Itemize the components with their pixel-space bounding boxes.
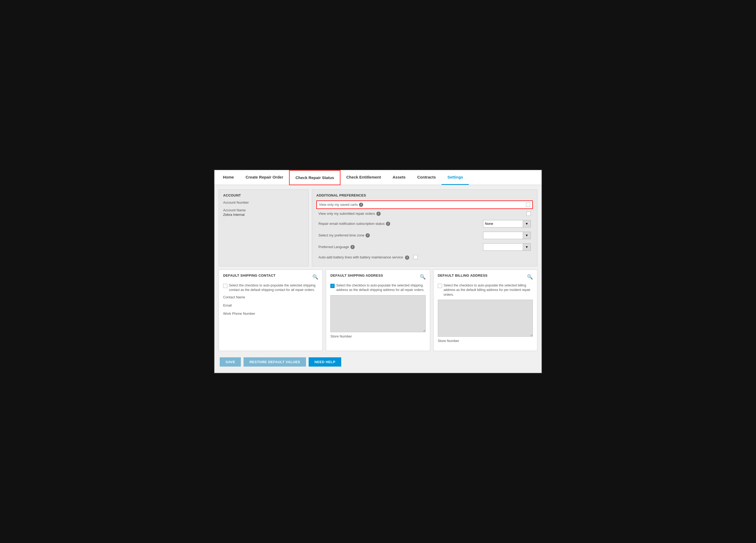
pref-label-language: Preferred Language i: [318, 245, 355, 249]
pref-control-submitted-orders: [527, 212, 531, 216]
nav-settings[interactable]: Settings: [442, 170, 469, 185]
app-container: Home Create Repair Order Check Repair St…: [214, 170, 542, 374]
pref-label-submitted-orders: View only my submitted repair orders i: [318, 212, 381, 216]
nav-assets[interactable]: Assets: [387, 170, 411, 185]
battery-row-content: Auto-add battery lines with battery main…: [318, 255, 531, 260]
checkbox-shipping-address[interactable]: ✓: [330, 284, 335, 288]
shipping-contact-search-icon[interactable]: 🔍: [312, 274, 318, 280]
nav-check-repair-status[interactable]: Check Repair Status: [289, 170, 340, 185]
billing-address-panel: DEFAULT BILLING ADDRESS 🔍 Select the che…: [433, 270, 537, 351]
save-button[interactable]: SAVE: [220, 357, 241, 366]
nav-home[interactable]: Home: [217, 170, 240, 185]
pref-label-view-saved-carts: View only my saved carts i: [319, 203, 363, 207]
prefs-title: ADDITIONAL PREFERENCES: [316, 193, 533, 197]
account-panel: ACCOUNT Account Number Account Name Zebr…: [219, 189, 309, 267]
info-icon-timezone[interactable]: i: [366, 233, 370, 238]
select-email-notification[interactable]: None All Custom ▼: [483, 220, 531, 228]
checkbox-saved-carts[interactable]: [526, 203, 530, 207]
additional-preferences-panel: ADDITIONAL PREFERENCES View only my save…: [312, 189, 537, 267]
shipping-contact-description: Select the checkbox to auto-populate the…: [223, 283, 318, 292]
email-notification-select[interactable]: None All Custom: [483, 222, 523, 226]
bottom-panels: DEFAULT SHIPPING CONTACT 🔍 Select the ch…: [219, 270, 537, 351]
pref-row-battery: Auto-add battery lines with battery main…: [316, 254, 533, 261]
pref-control-email-notification: None All Custom ▼: [483, 220, 531, 228]
info-icon-language[interactable]: i: [350, 245, 355, 249]
checkbox-submitted-orders[interactable]: [527, 212, 531, 216]
account-title: ACCOUNT: [223, 193, 304, 197]
main-content: ACCOUNT Account Number Account Name Zebr…: [214, 185, 542, 373]
pref-label-email-notification: Repair email notification subscription s…: [318, 222, 390, 226]
shipping-contact-header: DEFAULT SHIPPING CONTACT 🔍: [223, 273, 318, 280]
nav-bar: Home Create Repair Order Check Repair St…: [214, 170, 542, 185]
billing-address-description: Select the checkbox to auto-populate the…: [438, 283, 533, 297]
info-icon-email-notification[interactable]: i: [386, 222, 390, 226]
account-name-value: Zebra Internal: [223, 213, 304, 217]
checkbox-billing-address[interactable]: [438, 284, 442, 288]
billing-store-number-label: Store Number: [438, 339, 533, 343]
account-name-field: Account Name Zebra Internal: [223, 208, 304, 217]
shipping-address-textarea[interactable]: [330, 295, 425, 332]
phone-label: Work Phone Number: [223, 311, 318, 315]
pref-control-language: ▼: [483, 243, 531, 251]
select-timezone[interactable]: ▼: [483, 232, 531, 239]
pref-row-timezone: Select my preferred time zone i ▼: [316, 230, 533, 241]
shipping-contact-title: DEFAULT SHIPPING CONTACT: [223, 273, 276, 277]
billing-address-search-icon[interactable]: 🔍: [527, 274, 533, 280]
billing-address-textarea[interactable]: [438, 300, 533, 337]
help-button[interactable]: NEED HELP: [309, 357, 341, 366]
nav-create-repair-order[interactable]: Create Repair Order: [240, 170, 289, 185]
checkbox-battery[interactable]: [413, 255, 418, 259]
account-name-label: Account Name: [223, 208, 304, 212]
account-number-field: Account Number: [223, 201, 304, 205]
pref-control-timezone: ▼: [483, 232, 531, 239]
billing-address-title: DEFAULT BILLING ADDRESS: [438, 273, 488, 277]
shipping-address-description: ✓ Select the checkbox to auto-populate t…: [330, 283, 425, 292]
pref-row-language: Preferred Language i ▼: [316, 242, 533, 252]
battery-label: Auto-add battery lines with battery main…: [318, 255, 409, 260]
shipping-address-panel: DEFAULT SHIPPING ADDRESS 🔍 ✓ Select the …: [326, 270, 430, 351]
pref-row-submitted-orders: View only my submitted repair orders i: [316, 210, 533, 218]
button-bar: SAVE RESTORE DEFAULT VALUES NEED HELP: [219, 355, 537, 369]
timezone-select[interactable]: [483, 233, 523, 237]
shipping-store-number-label: Store Number: [330, 334, 425, 338]
checkbox-shipping-contact[interactable]: [223, 284, 227, 288]
pref-row-view-saved-carts: View only my saved carts i: [316, 201, 533, 209]
shipping-contact-panel: DEFAULT SHIPPING CONTACT 🔍 Select the ch…: [219, 270, 323, 351]
timezone-arrow[interactable]: ▼: [523, 232, 530, 239]
email-notification-arrow[interactable]: ▼: [523, 220, 530, 227]
language-arrow[interactable]: ▼: [523, 244, 530, 251]
contact-name-label: Contact Name: [223, 295, 318, 299]
nav-check-entitlement[interactable]: Check Entitlement: [340, 170, 387, 185]
billing-address-header: DEFAULT BILLING ADDRESS 🔍: [438, 273, 533, 280]
info-icon-saved-carts[interactable]: i: [359, 203, 363, 207]
top-panels: ACCOUNT Account Number Account Name Zebr…: [219, 189, 537, 267]
shipping-address-title: DEFAULT SHIPPING ADDRESS: [330, 273, 383, 277]
pref-control-saved-carts: [526, 203, 530, 207]
pref-label-timezone: Select my preferred time zone i: [318, 233, 370, 238]
info-icon-battery[interactable]: i: [405, 256, 409, 260]
language-select[interactable]: [483, 245, 523, 249]
nav-contracts[interactable]: Contracts: [411, 170, 442, 185]
email-label: Email: [223, 303, 318, 307]
select-language[interactable]: ▼: [483, 243, 531, 251]
restore-button[interactable]: RESTORE DEFAULT VALUES: [244, 357, 306, 366]
shipping-address-search-icon[interactable]: 🔍: [420, 274, 426, 280]
account-number-label: Account Number: [223, 201, 304, 205]
info-icon-submitted-orders[interactable]: i: [376, 212, 381, 216]
shipping-address-header: DEFAULT SHIPPING ADDRESS 🔍: [330, 273, 425, 280]
pref-row-email-notification: Repair email notification subscription s…: [316, 219, 533, 229]
